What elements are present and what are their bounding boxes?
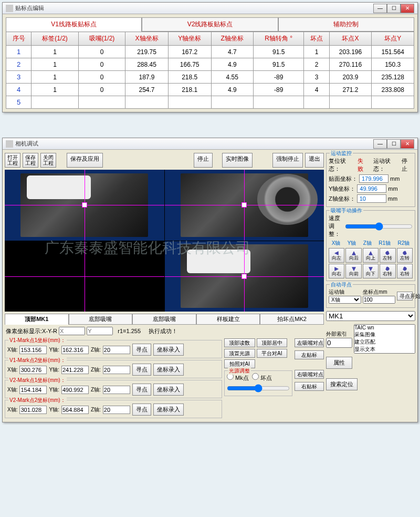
tab-bottom-nozzle-2[interactable]: 底部吸嘴	[132, 314, 196, 325]
minimize-button[interactable]: —	[373, 4, 387, 13]
table-cell: 167.2	[168, 46, 211, 58]
find-point-button[interactable]: 寻点	[132, 384, 151, 396]
tab-bad-point-mk2[interactable]: 拍坏点MK2	[260, 314, 324, 325]
force-stop-button[interactable]: 强制停止	[272, 153, 303, 168]
coord-input-button[interactable]: 坐标录入	[153, 384, 184, 396]
jog-button[interactable]: 左转	[380, 248, 395, 263]
mark-z-input[interactable]	[103, 406, 130, 414]
mark-x-input[interactable]	[19, 366, 47, 374]
coord-input-button[interactable]: 坐标录入	[153, 364, 184, 376]
unit-label: mm	[388, 195, 397, 202]
mark-y-input[interactable]	[61, 386, 89, 394]
auto-coord-input[interactable]	[363, 296, 395, 304]
jog-button[interactable]: 右转	[380, 264, 395, 278]
tab-aux-control[interactable]: 辅助控制	[278, 17, 414, 32]
close-button[interactable]: ✕	[401, 139, 414, 149]
tab-bottom-nozzle-1[interactable]: 底部吸嘴	[69, 314, 133, 325]
close-button[interactable]: ✕	[401, 4, 414, 13]
realtime-image-button[interactable]: 实时图像	[222, 153, 253, 168]
find-point-button[interactable]: 寻点	[132, 404, 151, 416]
mark-z-input[interactable]	[103, 366, 130, 374]
close-project-button[interactable]: 关闭工程	[40, 153, 56, 168]
table-cell	[372, 96, 414, 109]
mark-y-input[interactable]	[61, 346, 89, 354]
jog-button[interactable]: 向前	[345, 264, 361, 278]
top-light-button[interactable]: 顶置光源	[224, 349, 255, 358]
maximize-button[interactable]: ☐	[387, 139, 401, 149]
light-slider[interactable]	[227, 384, 290, 392]
coord-input-button[interactable]: 坐标录入	[153, 404, 184, 416]
coord-input-button[interactable]: 坐标录入	[153, 344, 184, 356]
auto-axis-select[interactable]: X轴	[329, 296, 361, 304]
jog-button[interactable]: 向上	[363, 248, 379, 263]
exit-button[interactable]: 退出	[305, 153, 324, 168]
mark-x-input[interactable]	[19, 406, 47, 414]
mark-z-input[interactable]	[103, 346, 130, 354]
manual-nozzle-group: 吸嘴手动操作 速度调整： X轴Y轴Z轴R1轴R2轴 向左向后向上左转左转 向右向…	[326, 210, 415, 281]
light-opt-bad[interactable]: 坏点	[252, 375, 272, 381]
mark-x-input[interactable]	[19, 346, 47, 354]
ext-list[interactable]: TAIC wn采集图像建立匹配显示文本移动画面	[354, 324, 415, 354]
jog-button[interactable]: 右转	[397, 264, 413, 278]
search-locate-button[interactable]: 搜索定位	[326, 378, 358, 390]
tab-template-build[interactable]: 样板建立	[196, 314, 260, 325]
left-nozzle-align-button[interactable]: 左吸嘴对点	[295, 338, 324, 347]
tab-top-mk1[interactable]: 顶部MK1	[5, 314, 69, 325]
table-cell: 4	[304, 84, 329, 96]
mark-z-input[interactable]	[103, 386, 130, 394]
camera-view-1[interactable]	[5, 170, 164, 241]
camera-view-4[interactable]	[165, 241, 324, 312]
pixel-x-input[interactable]	[59, 327, 85, 335]
table-cell: 3	[6, 71, 32, 84]
maximize-button[interactable]: ☐	[387, 4, 401, 13]
table-row[interactable]: 410254.7218.14.9-894271.2233.808	[6, 84, 414, 96]
save-project-button[interactable]: 保存工程	[23, 153, 38, 168]
light-opt-mk[interactable]: Mk点	[227, 375, 249, 381]
mk-select[interactable]: MK1	[326, 311, 415, 321]
mark-x-input[interactable]	[19, 386, 47, 394]
minimize-button[interactable]: —	[373, 139, 387, 149]
speed-slider[interactable]	[345, 222, 413, 231]
right-nozzle-align-button[interactable]: 右吸嘴对点	[295, 370, 324, 379]
table-row[interactable]: 310187.9218.54.55-893203.9235.128	[6, 71, 414, 84]
properties-button[interactable]: 属性	[326, 357, 352, 369]
table-cell: 151.564	[372, 46, 414, 58]
jog-button[interactable]: 向左	[329, 248, 344, 263]
table-header: 坏点	[304, 32, 329, 46]
y-label: Y轴:	[49, 386, 59, 394]
find-point-button[interactable]: 寻点	[132, 364, 151, 376]
jog-button[interactable]: 向右	[329, 264, 344, 278]
open-project-button[interactable]: 打开工程	[5, 153, 20, 168]
jog-button[interactable]: 左转	[397, 248, 413, 263]
top-read-button[interactable]: 顶部读数	[224, 338, 255, 347]
top-center-button[interactable]: 顶部居中	[257, 338, 288, 347]
table-row[interactable]: 210288.45166.754.991.52270.116150.3	[6, 58, 414, 71]
pixel-y-input[interactable]	[87, 327, 113, 335]
jog-button[interactable]: 向后	[345, 248, 361, 263]
mark-y-input[interactable]	[61, 366, 89, 374]
table-row[interactable]: 5	[6, 96, 414, 109]
find-point-button[interactable]: 寻点	[132, 344, 151, 356]
titlebar-2: 相机调试 — ☐ ✕	[3, 138, 417, 150]
right-label-button[interactable]: 右贴标	[295, 382, 324, 391]
camera-view-3[interactable]	[5, 241, 164, 312]
table-cell: 0	[78, 84, 125, 96]
coord-label: 贴面坐标：	[329, 175, 358, 183]
table-header: 标签(1/2)	[32, 32, 78, 46]
left-label-button[interactable]: 左贴标	[295, 350, 324, 359]
tab-v2-board[interactable]: V2线路板贴标点	[142, 17, 278, 32]
table-cell	[304, 96, 329, 109]
stop-button[interactable]: 停止	[194, 153, 213, 168]
tab-v1-board[interactable]: V1线路板贴标点	[6, 17, 142, 32]
auto-find-start-button[interactable]: 寻点开始	[397, 292, 413, 301]
light-legend: 光源调整	[228, 367, 251, 375]
table-cell: 233.808	[372, 84, 414, 96]
ext-index-input[interactable]	[326, 338, 352, 348]
jog-button[interactable]: 向下	[363, 264, 379, 278]
mark-y-input[interactable]	[61, 406, 89, 414]
platform-ai-button[interactable]: 平台对AI	[257, 349, 288, 358]
coord-value: 10	[357, 194, 386, 203]
table-row[interactable]: 110219.75167.24.791.51203.196151.564	[6, 46, 414, 58]
camera-view-2[interactable]	[165, 170, 324, 241]
save-apply-button[interactable]: 保存及应用	[67, 153, 103, 168]
